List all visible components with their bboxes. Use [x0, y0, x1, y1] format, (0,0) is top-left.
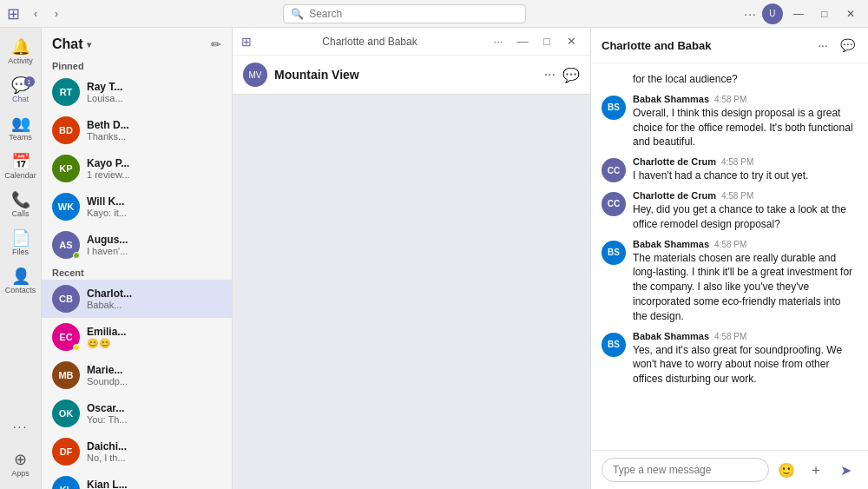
title-bar: ⊞ ‹ › 🔍 ··· U — □ ✕ — [0, 0, 868, 28]
close-button[interactable]: ✕ — [840, 3, 861, 24]
avatar: WK — [52, 193, 80, 221]
avatar: AS — [52, 231, 80, 259]
chat-window-maximize[interactable]: □ — [536, 31, 557, 52]
chat-name: Ray T... — [87, 81, 221, 93]
channel-name: Mountain View — [274, 68, 537, 82]
chat-input-area: 🙂 ＋ ➤ — [591, 450, 868, 489]
search-bar[interactable]: 🔍 — [283, 4, 526, 23]
channel-more-button[interactable]: ··· — [544, 67, 556, 83]
list-item[interactable]: CB Charlot... Babak... — [42, 280, 232, 318]
contacts-label: Contacts — [5, 286, 36, 294]
minimize-button[interactable]: — — [788, 3, 809, 24]
sidebar-item-activity[interactable]: 🔔 Activity — [3, 35, 38, 69]
avatar: BD — [52, 116, 80, 144]
list-item[interactable]: RT Ray T... Louisa... — [42, 73, 232, 111]
chat-panel: Charlotte and Babak ··· 💬 for the local … — [590, 28, 868, 489]
chat-badge: 1 — [24, 76, 35, 87]
emoji-button[interactable]: 🙂 — [774, 458, 799, 482]
chat-window-title: Charlotte and Babak — [322, 36, 417, 48]
apps-icon: ⊕ — [14, 452, 27, 467]
sidebar-item-apps[interactable]: ⊕ Apps — [3, 447, 38, 482]
panel-chat-button[interactable]: 💬 — [837, 35, 858, 56]
chat-info: Ray T... Louisa... — [87, 81, 221, 103]
message-text: Yes, and it's also great for soundproofi… — [633, 343, 858, 387]
sidebar-item-files[interactable]: 📄 Files — [3, 226, 38, 261]
search-icon: 🔍 — [291, 8, 304, 20]
teams-label: Teams — [9, 133, 32, 142]
new-chat-icon[interactable]: ✏ — [211, 37, 221, 51]
chat-panel-header: Charlotte and Babak ··· 💬 — [591, 28, 868, 63]
forward-button[interactable]: › — [48, 5, 65, 23]
list-item[interactable]: EC Emilia... 😊😊 — [42, 318, 232, 356]
message-header: Babak Shammas 4:58 PM — [633, 331, 858, 341]
calls-icon: 📞 — [11, 192, 30, 208]
avatar: KL — [52, 476, 80, 489]
chat-name: Oscar... — [87, 402, 221, 414]
message-time: 4:58 PM — [721, 157, 753, 167]
search-input[interactable] — [309, 8, 518, 20]
apps-label: Apps — [11, 469, 30, 478]
more-options-icon[interactable]: ··· — [744, 7, 757, 21]
chat-info: Beth D... Thanks... — [87, 119, 221, 142]
avatar: CC — [602, 158, 626, 182]
sidebar-item-calls[interactable]: 📞 Calls — [3, 188, 38, 222]
channel-action-icon[interactable]: 💬 — [562, 67, 580, 83]
sidebar-item-calendar[interactable]: 📅 Calendar — [3, 149, 38, 184]
calendar-icon: 📅 — [11, 154, 30, 169]
panel-more-button[interactable]: ··· — [812, 35, 833, 56]
message-header: Charlotte de Crum 4:58 PM — [633, 190, 858, 201]
chat-list-title-text: Chat — [52, 36, 83, 52]
chat-preview: Kayo: it... — [87, 208, 221, 218]
chat-info: Marie... Soundp... — [87, 364, 221, 387]
back-button[interactable]: ‹ — [27, 5, 44, 23]
list-item[interactable]: BD Beth D... Thanks... — [42, 111, 232, 149]
chat-preview: Louisa... — [87, 93, 221, 103]
activity-icon: 🔔 — [11, 39, 30, 55]
main-layout: 🔔 Activity 1 💬 Chat 👥 Teams 📅 Calendar 📞… — [0, 28, 868, 489]
list-item[interactable]: KP Kayo P... 1 review... — [42, 149, 232, 188]
message-time: 4:58 PM — [714, 332, 746, 341]
channel-area: ⊞ Charlotte and Babak ··· — □ ✕ MV Mount… — [233, 28, 590, 489]
chat-window-minimize[interactable]: — — [512, 31, 533, 52]
nav-sidebar: 🔔 Activity 1 💬 Chat 👥 Teams 📅 Calendar 📞… — [0, 28, 42, 489]
message-body: Babak Shammas 4:58 PM Overall, I think t… — [633, 94, 858, 149]
sender-name: Charlotte de Crum — [633, 190, 716, 201]
chat-window-more[interactable]: ··· — [488, 31, 509, 52]
message-time: 4:58 PM — [714, 95, 746, 104]
chevron-down-icon: ▾ — [87, 40, 91, 50]
pinned-section-label: Pinned — [42, 57, 232, 73]
chat-list-header: Chat ▾ ✏ — [42, 28, 232, 57]
sidebar-item-teams[interactable]: 👥 Teams — [3, 111, 38, 146]
title-bar-right: ··· U — □ ✕ — [744, 3, 861, 24]
avatar: CB — [52, 285, 80, 313]
message-item: CC Charlotte de Crum 4:58 PM Hey, did yo… — [602, 190, 858, 232]
message-item: for the local audience? — [602, 70, 858, 87]
list-item[interactable]: MB Marie... Soundp... — [42, 356, 232, 394]
list-item[interactable]: OK Oscar... You: Th... — [42, 394, 232, 433]
add-button[interactable]: ＋ — [804, 458, 828, 482]
send-button[interactable]: ➤ — [833, 458, 858, 482]
list-item[interactable]: AS Augus... I haven'... — [42, 226, 232, 264]
chat-list-title: Chat ▾ — [52, 36, 91, 52]
avatar: KP — [52, 155, 80, 182]
message-body: Babak Shammas 4:58 PM The materials chos… — [633, 239, 858, 324]
chat-name: Emilia... — [87, 326, 221, 338]
list-item[interactable]: WK Will K... Kayo: it... — [42, 188, 232, 226]
message-text: Overall, I think this design proposal is… — [633, 106, 858, 149]
chat-name: Daichi... — [87, 440, 221, 453]
user-avatar[interactable]: U — [762, 3, 783, 24]
status-indicator — [73, 344, 80, 351]
avatar: DF — [52, 438, 80, 466]
sidebar-item-more[interactable]: ··· — [3, 409, 38, 444]
chat-name: Marie... — [87, 364, 221, 376]
message-input[interactable] — [602, 458, 769, 482]
list-item[interactable]: DF Daichi... No, I th... — [42, 433, 232, 471]
avatar: CC — [602, 192, 626, 216]
sidebar-item-contacts[interactable]: 👤 Contacts — [3, 264, 38, 299]
list-item[interactable]: KL Kian L... Have y... — [42, 471, 232, 489]
chat-name: Augus... — [87, 234, 221, 246]
chat-info: Augus... I haven'... — [87, 234, 221, 256]
sidebar-item-chat[interactable]: 1 💬 Chat — [3, 73, 38, 108]
chat-window-close[interactable]: ✕ — [561, 31, 582, 52]
maximize-button[interactable]: □ — [814, 3, 835, 24]
